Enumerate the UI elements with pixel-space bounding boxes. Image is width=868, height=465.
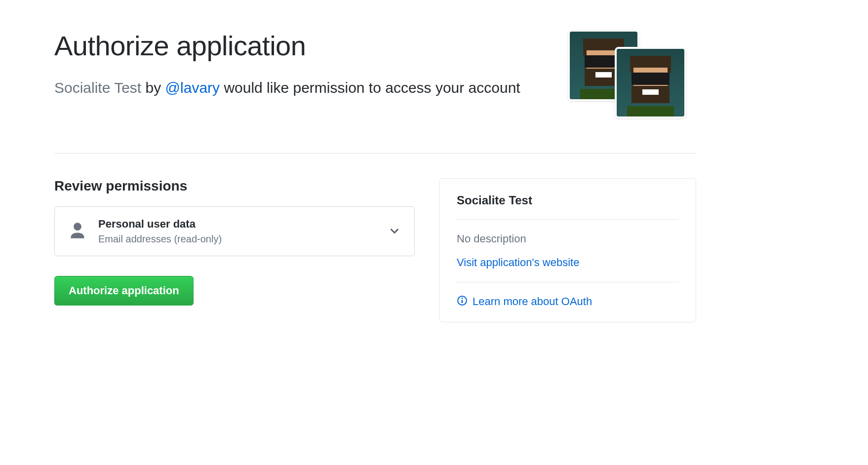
- app-name: Socialite Test: [54, 79, 141, 96]
- authorize-subtitle: Socialite Test by @lavary would like per…: [54, 77, 548, 99]
- learn-oauth-link[interactable]: Learn more about OAuth: [473, 295, 592, 308]
- user-avatar: [615, 47, 686, 118]
- page-title: Authorize application: [54, 30, 548, 62]
- app-info-box: Socialite Test No description Visit appl…: [439, 178, 696, 322]
- page-header: Authorize application Socialite Test by …: [54, 30, 696, 154]
- permission-text: would like permission to access your acc…: [220, 79, 520, 96]
- header-text: Authorize application Socialite Test by …: [54, 30, 568, 99]
- authorize-button[interactable]: Authorize application: [54, 276, 194, 306]
- avatar-stack: [568, 30, 696, 128]
- info-icon: [457, 295, 468, 308]
- review-permissions-heading: Review permissions: [54, 178, 415, 194]
- sidebar-app-title: Socialite Test: [457, 194, 679, 220]
- app-description: No description: [457, 232, 679, 245]
- sidebar-column: Socialite Test No description Visit appl…: [439, 178, 696, 322]
- sidebar-oauth-section: Learn more about OAuth: [457, 282, 679, 310]
- chevron-down-icon: [389, 225, 400, 238]
- permission-subtitle: Email addresses (read-only): [98, 233, 377, 245]
- oauth-authorize-page: Authorize application Socialite Test by …: [54, 30, 696, 322]
- permission-title: Personal user data: [98, 218, 377, 231]
- sidebar-description-section: No description Visit application's websi…: [457, 220, 679, 282]
- by-text: by: [141, 79, 165, 96]
- svg-point-2: [462, 298, 463, 299]
- author-link[interactable]: @lavary: [165, 79, 220, 96]
- permissions-column: Review permissions Personal user data Em…: [54, 178, 415, 322]
- person-icon: [69, 221, 86, 242]
- permission-text-block: Personal user data Email addresses (read…: [98, 218, 377, 245]
- visit-website-link[interactable]: Visit application's website: [457, 256, 579, 269]
- main-content: Review permissions Personal user data Em…: [54, 178, 696, 322]
- permission-item[interactable]: Personal user data Email addresses (read…: [54, 206, 415, 256]
